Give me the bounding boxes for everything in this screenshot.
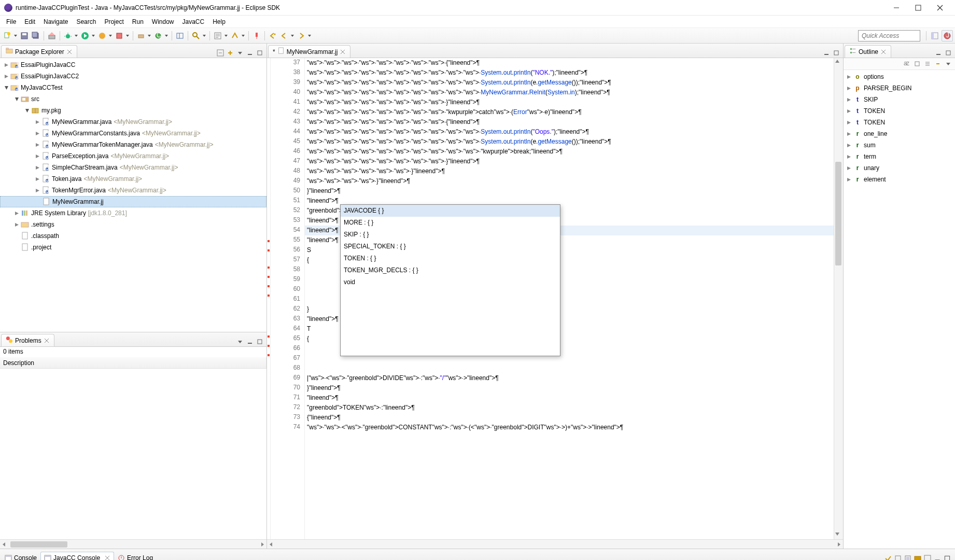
maximize-view-button[interactable] — [832, 48, 841, 58]
javacc-console-tab[interactable]: JavaCC Console — [40, 552, 114, 560]
java-file-node[interactable]: JMyNewGrammarTokenManager.java<MyNewGram… — [0, 139, 266, 150]
editor-body[interactable]: 3738394041424344454647484950515253545556… — [267, 58, 843, 539]
coverage-dropdown[interactable] — [108, 31, 113, 41]
package-explorer-tab[interactable]: Package Explorer — [1, 45, 77, 58]
pin-console-button[interactable] — [903, 554, 912, 560]
error-marker[interactable] — [268, 240, 270, 242]
debug-dropdown[interactable] — [74, 31, 78, 41]
collapse-all-button[interactable] — [216, 48, 225, 58]
pin-button[interactable] — [251, 31, 262, 41]
search-dropdown[interactable] — [202, 31, 206, 41]
new-dropdown[interactable] — [13, 31, 18, 41]
run-dropdown[interactable] — [91, 31, 95, 41]
scroll-lock-button[interactable] — [893, 554, 903, 560]
build-button[interactable] — [47, 31, 57, 41]
source-folder-node[interactable]: src — [0, 93, 266, 105]
outline-item[interactable]: r one_line — [844, 128, 955, 139]
new-class-button[interactable]: C — [153, 31, 163, 41]
outline-tree[interactable]: o options p PARSER_BEGIN t SKIP t TOKEN … — [844, 70, 955, 549]
error-marker[interactable] — [268, 295, 270, 297]
java-file-node[interactable]: JSimpleCharStream.java<MyNewGrammar.jj> — [0, 162, 266, 173]
scrollbar-thumb[interactable] — [10, 541, 67, 548]
save-all-button[interactable] — [31, 31, 41, 41]
java-perspective-button[interactable]: J — [942, 30, 953, 41]
outline-item[interactable]: r element — [844, 174, 955, 185]
left-scrollbar-horizontal[interactable] — [0, 539, 266, 549]
scrollbar-thumb[interactable] — [835, 162, 841, 265]
close-icon[interactable] — [66, 49, 73, 55]
nav-last-edit-button[interactable] — [268, 31, 278, 41]
maximize-button[interactable] — [907, 1, 929, 15]
assist-item[interactable]: SKIP : { } — [341, 229, 560, 241]
assist-item[interactable]: MORE : { } — [341, 217, 560, 229]
maximize-view-button[interactable] — [255, 337, 264, 346]
view-menu-button[interactable] — [235, 337, 245, 346]
new-button[interactable] — [2, 31, 12, 41]
sort-button[interactable]: az — [902, 59, 911, 68]
package-explorer-tree[interactable]: JEssaiPluginJavaCC JEssaiPluginJavaCC2 J… — [0, 58, 266, 332]
close-icon[interactable] — [104, 555, 110, 561]
error-marker[interactable] — [268, 267, 270, 269]
annotation-button[interactable] — [230, 31, 240, 41]
menu-javacc[interactable]: JavaCC — [178, 17, 209, 27]
maximize-view-button[interactable] — [255, 48, 264, 58]
run-button[interactable] — [80, 31, 90, 41]
editor-scrollbar-vertical[interactable] — [834, 58, 843, 539]
project-node[interactable]: JEssaiPluginJavaCC2 — [0, 71, 266, 82]
minimize-view-button[interactable] — [245, 337, 255, 346]
description-column-header[interactable]: Description — [3, 359, 34, 367]
new-class-dropdown[interactable] — [164, 31, 168, 41]
coverage-button[interactable] — [97, 31, 107, 41]
close-icon[interactable] — [340, 49, 346, 55]
external-tools-button[interactable] — [114, 31, 124, 41]
menu-navigate[interactable]: Navigate — [39, 17, 72, 27]
nav-forward-button[interactable] — [296, 31, 306, 41]
java-file-node[interactable]: JToken.java<MyNewGrammar.jj> — [0, 173, 266, 185]
outline-item[interactable]: t TOKEN — [844, 117, 955, 128]
assist-item[interactable]: TOKEN_MGR_DECLS : { } — [341, 264, 560, 276]
project-file-node[interactable]: .project — [0, 242, 266, 253]
error-marker[interactable] — [268, 345, 270, 347]
filter-button[interactable] — [912, 59, 922, 68]
quick-access-input[interactable] — [858, 30, 920, 41]
outline-item[interactable]: t SKIP — [844, 94, 955, 105]
editor-tab[interactable]: MyNewGrammar.jj — [268, 45, 350, 58]
menu-help[interactable]: Help — [208, 17, 230, 27]
nav-back-button[interactable] — [279, 31, 289, 41]
error-marker[interactable] — [268, 335, 270, 338]
java-file-node[interactable]: JTokenMgrError.java<MyNewGrammar.jj> — [0, 185, 266, 196]
minimize-button[interactable] — [886, 1, 907, 15]
error-marker-bar[interactable] — [267, 58, 271, 539]
external-tools-dropdown[interactable] — [125, 31, 130, 41]
menu-run[interactable]: Run — [128, 17, 148, 27]
outline-item[interactable]: t TOKEN — [844, 105, 955, 117]
new-package-dropdown[interactable] — [147, 31, 151, 41]
link-editor-button[interactable] — [226, 48, 235, 58]
code-area[interactable]: "ws">·"ws">·"ws">·"ws">·"ws">·"ws">·"ws"… — [305, 58, 834, 539]
jj-file-node[interactable]: MyNewGrammar.jj — [0, 196, 266, 207]
assist-item[interactable]: TOKEN : { } — [341, 253, 560, 264]
view-menu-button[interactable] — [944, 59, 953, 68]
clear-console-button[interactable] — [883, 554, 893, 560]
link-button[interactable] — [933, 59, 943, 68]
assist-item[interactable]: SPECIAL_TOKEN : { } — [341, 241, 560, 253]
minimize-view-button[interactable] — [245, 48, 255, 58]
menu-search[interactable]: Search — [72, 17, 100, 27]
close-button[interactable] — [929, 1, 951, 15]
error-marker[interactable] — [268, 276, 270, 278]
jre-library-node[interactable]: JRE System Library [jdk1.8.0_281] — [0, 207, 266, 219]
error-marker[interactable] — [268, 249, 270, 251]
nav-forward-dropdown[interactable] — [307, 31, 312, 41]
java-file-node[interactable]: JMyNewGrammar.java<MyNewGrammar.jj> — [0, 116, 266, 128]
outline-item[interactable]: p PARSER_BEGIN — [844, 82, 955, 94]
close-icon[interactable] — [880, 49, 887, 55]
outline-tab[interactable]: Outline — [845, 45, 891, 58]
outline-item[interactable]: r sum — [844, 139, 955, 151]
minimize-view-button[interactable] — [933, 554, 942, 560]
toggle-mark-button[interactable] — [213, 31, 223, 41]
outline-item[interactable]: r term — [844, 151, 955, 162]
minimize-view-button[interactable] — [822, 48, 831, 58]
debug-button[interactable] — [63, 31, 73, 41]
outline-item[interactable]: o options — [844, 71, 955, 82]
error-marker[interactable] — [268, 285, 270, 287]
